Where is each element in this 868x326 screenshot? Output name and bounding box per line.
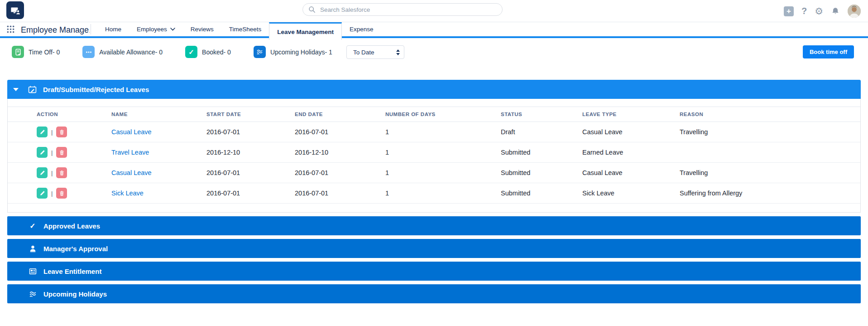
setup-gear-icon[interactable]: ⚙	[815, 6, 823, 16]
stat-time-off: Time Off- 0	[12, 46, 60, 58]
date-filter-value: To Date	[353, 49, 374, 56]
start-date-cell: 2016-07-01	[206, 183, 295, 204]
edit-button[interactable]	[37, 167, 48, 178]
entitlement-list-icon	[28, 268, 37, 275]
reason-cell	[680, 142, 860, 163]
section-title: Leave Entitlement	[43, 268, 101, 275]
reason-cell: Travelling	[680, 122, 860, 142]
col-end-date: END DATE	[295, 107, 385, 122]
search-icon	[308, 6, 316, 13]
waves-icon	[28, 290, 37, 298]
start-date-cell: 2016-07-01	[206, 163, 295, 183]
chevron-down-icon	[170, 28, 175, 31]
edit-button[interactable]	[37, 188, 48, 199]
header-actions: + ? ⚙	[784, 0, 861, 22]
end-date-cell: 2016-07-01	[295, 183, 385, 204]
col-reason: REASON	[680, 107, 860, 122]
leave-type-cell: Earned Leave	[582, 142, 680, 163]
leaves-table: ACTION NAME START DATE END DATE NUMBER O…	[8, 107, 860, 204]
stat-label: Available Allowance- 0	[99, 49, 163, 56]
status-cell: Draft	[501, 122, 582, 142]
add-icon[interactable]: +	[784, 6, 794, 16]
tab-reviews[interactable]: Reviews	[183, 22, 221, 36]
trash-icon	[59, 129, 65, 135]
tab-leave-management[interactable]: Leave Management	[269, 22, 342, 40]
stat-label: Time Off- 0	[29, 49, 60, 56]
approver-person-icon	[28, 245, 37, 253]
tab-expense[interactable]: Expense	[342, 22, 381, 36]
col-start-date: START DATE	[206, 107, 295, 122]
trash-icon	[59, 170, 65, 176]
leave-name-link[interactable]: Travel Leave	[111, 149, 149, 156]
days-cell: 1	[385, 122, 501, 142]
stat-label: Booked- 0	[202, 49, 231, 56]
stats-row: Time Off- 0 Available Allowance- 0 ✓ Boo…	[0, 38, 868, 80]
section-bar-leave-entitlement[interactable]: Leave Entitlement	[7, 262, 861, 281]
leave-name-link[interactable]: Sick Leave	[111, 190, 144, 197]
end-date-cell: 2016-12-10	[295, 142, 385, 163]
pencil-icon	[39, 170, 45, 176]
col-name: NAME	[111, 107, 206, 122]
user-avatar[interactable]	[848, 5, 861, 18]
section-bar-approved-leaves[interactable]: ✓ Approved Leaves	[7, 216, 861, 235]
book-time-off-button[interactable]: Book time off	[803, 45, 854, 58]
table-row: | Casual Leave 2016-07-01 2016-07-01	[8, 163, 860, 183]
days-cell: 1	[385, 163, 501, 183]
global-header: + ? ⚙	[0, 0, 868, 22]
notifications-bell-icon[interactable]	[831, 7, 840, 16]
table-row: | Casual Leave 2016-07-01 2016-07-01	[8, 122, 860, 142]
leave-management-page: + ? ⚙	[0, 0, 868, 326]
section-title: Draft/Submitted/Rejected Leaves	[43, 86, 149, 93]
leaves-table-panel: ACTION NAME START DATE END DATE NUMBER O…	[7, 99, 861, 213]
leave-type-cell: Sick Leave	[582, 183, 680, 204]
section-title: Upcoming Holidays	[43, 290, 107, 298]
end-date-cell: 2016-07-01	[295, 163, 385, 183]
reason-cell: Travelling	[680, 163, 860, 183]
stats-list: Time Off- 0 Available Allowance- 0 ✓ Boo…	[12, 46, 355, 58]
table-row: | Sick Leave 2016-07-01 2016-07-01 1	[8, 183, 860, 204]
app-launcher-waffle-icon[interactable]	[0, 22, 21, 36]
timeoff-doc-icon	[12, 46, 24, 58]
delete-button[interactable]	[56, 188, 67, 199]
pencil-icon	[39, 129, 45, 135]
leave-name-link[interactable]: Casual Leave	[111, 128, 152, 136]
start-date-cell: 2016-07-01	[206, 122, 295, 142]
delete-button[interactable]	[56, 147, 67, 158]
table-row: | Travel Leave 2016-12-10 2016-12-10	[8, 142, 860, 163]
trash-icon	[59, 190, 65, 196]
section-bar-managers-approval[interactable]: Manager's Approval	[7, 239, 861, 258]
tab-timesheets[interactable]: TimeSheets	[221, 22, 269, 36]
days-cell: 1	[385, 142, 501, 163]
edit-button[interactable]	[37, 147, 48, 158]
stat-label: Upcoming Holidays- 1	[270, 49, 332, 56]
global-search[interactable]	[302, 3, 503, 16]
status-cell: Submitted	[501, 183, 582, 204]
nav-divider	[91, 24, 91, 34]
delete-button[interactable]	[56, 127, 67, 137]
section-bar-upcoming-holidays[interactable]: Upcoming Holidays	[7, 284, 861, 303]
col-number-of-days: NUMBER OF DAYS	[385, 107, 501, 122]
tab-home[interactable]: Home	[97, 22, 129, 36]
app-logo[interactable]	[6, 1, 24, 19]
app-name: Employee Manage...	[21, 22, 90, 36]
delete-button[interactable]	[56, 167, 67, 178]
date-filter-select[interactable]: To Date	[346, 45, 404, 59]
status-cell: Submitted	[501, 163, 582, 183]
trash-icon	[59, 150, 65, 156]
section-header-draft-leaves[interactable]: Draft/Submitted/Rejected Leaves	[7, 80, 861, 99]
leave-type-cell: Casual Leave	[582, 122, 680, 142]
section-title: Manager's Approval	[43, 245, 108, 253]
section-title: Approved Leaves	[43, 222, 100, 230]
stat-booked: ✓ Booked- 0	[185, 46, 231, 58]
chevron-down-icon	[13, 88, 19, 91]
col-leave-type: LEAVE TYPE	[582, 107, 680, 122]
search-input[interactable]	[320, 6, 497, 13]
edit-button[interactable]	[37, 127, 48, 137]
tab-employees[interactable]: Employees	[129, 22, 183, 36]
help-icon[interactable]: ?	[801, 6, 807, 16]
start-date-cell: 2016-12-10	[206, 142, 295, 163]
table-header-row: ACTION NAME START DATE END DATE NUMBER O…	[8, 107, 860, 122]
leave-type-cell: Casual Leave	[582, 163, 680, 183]
days-cell: 1	[385, 183, 501, 204]
leave-name-link[interactable]: Casual Leave	[111, 169, 152, 176]
